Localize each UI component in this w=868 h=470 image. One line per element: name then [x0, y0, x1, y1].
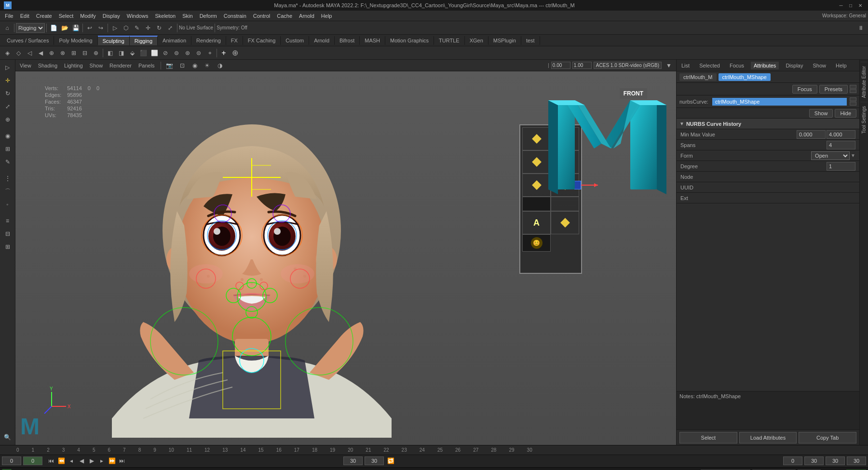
ae-load-attributes-btn[interactable]: Load Attributes — [739, 432, 797, 443]
ae-max-value-input[interactable] — [827, 130, 855, 139]
play-fwd-btn[interactable]: ▶ — [87, 456, 96, 466]
tb-tool5[interactable]: ⊕ — [46, 48, 57, 58]
tb-tool13[interactable]: ⬛ — [138, 48, 149, 58]
tab-msplugin[interactable]: MSPlugin — [488, 36, 521, 45]
ae-focus-button[interactable]: Focus — [792, 85, 817, 94]
tab-turtle[interactable]: TURTLE — [434, 36, 465, 45]
range-start-2-input[interactable] — [783, 457, 802, 465]
tb-lasso[interactable]: ⬡ — [121, 23, 131, 33]
tab-test[interactable]: test — [521, 36, 540, 45]
menu-arnold[interactable]: Arnold — [296, 12, 317, 20]
viewport-3d[interactable]: Verts:5411400 Edges:95896 Faces:46347 Tr… — [15, 71, 676, 445]
tab-animation[interactable]: Animation — [158, 36, 191, 45]
ae-select-btn[interactable]: Select — [679, 432, 737, 443]
ae-collapse-icon[interactable] — [850, 89, 856, 93]
coord-y-input[interactable] — [572, 62, 592, 69]
vp-shadow-icon[interactable]: ◑ — [215, 60, 225, 71]
loop-btn[interactable]: 🔁 — [386, 456, 395, 466]
select-tool-icon[interactable]: ▷ — [2, 62, 14, 73]
tb-tool18[interactable]: ⊜ — [193, 48, 204, 58]
tb-tool19[interactable]: ⌖ — [204, 48, 215, 58]
ae-nurbscurve-collapse[interactable] — [850, 102, 856, 106]
vp-light-icon[interactable]: ☀ — [202, 60, 213, 71]
menu-help[interactable]: Help — [318, 12, 335, 20]
universal-tool-icon[interactable]: ⊕ — [2, 114, 14, 125]
tb-tool2[interactable]: ◇ — [13, 48, 24, 58]
vp-renderer-btn[interactable]: Renderer — [107, 62, 134, 69]
paint-icon[interactable]: ✎ — [2, 156, 14, 168]
minimize-btn[interactable]: ─ — [837, 1, 845, 9]
vp-color-icon[interactable]: ▼ — [664, 60, 674, 71]
timeline-start-input[interactable] — [2, 457, 21, 465]
quick-layout-icon[interactable]: ⊞ — [2, 241, 14, 253]
mode-select[interactable]: Rigging — [16, 23, 45, 33]
current-frame-2-input[interactable] — [826, 457, 845, 465]
maximize-btn[interactable]: □ — [847, 1, 854, 9]
ae-tab[interactable]: Attribute Editor — [860, 62, 868, 102]
tb-tool4[interactable]: ◀ — [35, 48, 46, 58]
tb-save[interactable]: 💾 — [70, 23, 81, 33]
vp-panels-btn[interactable]: Panels — [136, 62, 157, 69]
menu-edit[interactable]: Edit — [17, 12, 32, 20]
soft-mod-icon[interactable]: ◉ — [2, 130, 14, 142]
tb-tool17[interactable]: ⊛ — [182, 48, 193, 58]
ctrl-diamond-7[interactable] — [560, 218, 570, 228]
tb-tool7[interactable]: ⊞ — [68, 48, 79, 58]
ctrl-diamond-5[interactable] — [532, 180, 542, 190]
ae-node-tab-1[interactable]: ctrlMouth_M — [679, 73, 717, 81]
tb-tool3[interactable]: ◁ — [24, 48, 35, 58]
tool-settings-tab[interactable]: Tool Settings — [860, 102, 868, 137]
prev-frame-btn[interactable]: ⏪ — [56, 456, 66, 466]
menu-windows[interactable]: Windows — [124, 12, 151, 20]
tb-pause[interactable]: ⏸ — [855, 23, 866, 33]
tab-arnold[interactable]: Arnold — [309, 36, 335, 45]
ae-attributes-btn[interactable]: Attributes — [751, 62, 779, 69]
menu-skeleton[interactable]: Skeleton — [152, 12, 178, 20]
menu-display[interactable]: Display — [100, 12, 123, 20]
vp-smooth-icon[interactable]: ◉ — [190, 60, 200, 71]
play-back-btn[interactable]: ◀ — [77, 456, 86, 466]
close-btn[interactable]: ✕ — [856, 1, 864, 9]
tb-tool9[interactable]: ⊕ — [91, 48, 101, 58]
vp-view-btn[interactable]: View — [17, 62, 34, 69]
next-key-btn[interactable]: ▸ — [97, 456, 107, 466]
tb-rotate[interactable]: ↻ — [154, 23, 164, 33]
snap-grid-icon[interactable]: ⋮ — [2, 173, 14, 184]
ae-focus-btn[interactable]: Focus — [727, 62, 747, 69]
tab-poly[interactable]: Poly Modeling — [54, 36, 97, 45]
tb-home[interactable]: ⌂ — [2, 23, 13, 33]
menu-cache[interactable]: Cache — [274, 12, 295, 20]
ae-expand-icon[interactable] — [850, 85, 856, 89]
vp-wire-icon[interactable]: ⊡ — [177, 60, 188, 71]
menu-select[interactable]: Select — [56, 12, 77, 20]
scale-tool-icon[interactable]: ⤢ — [2, 101, 14, 112]
ae-nurbs-history-header[interactable]: ▼ NURBS Curve History — [677, 119, 859, 129]
tb-tool8[interactable]: ⊟ — [80, 48, 90, 58]
tab-sculpting[interactable]: Sculpting — [98, 36, 130, 45]
ae-min-value-input[interactable] — [797, 130, 826, 139]
tab-xgen[interactable]: XGen — [465, 36, 488, 45]
ae-spans-input[interactable] — [827, 141, 855, 149]
tb-tool15[interactable]: ⊘ — [160, 48, 171, 58]
tb-move[interactable]: ✛ — [143, 23, 153, 33]
ae-help-btn[interactable]: Help — [833, 62, 850, 69]
rotate-tool-icon[interactable]: ↻ — [2, 88, 14, 99]
ae-nurbscurve-value[interactable]: ctrlMouth_MShape — [712, 98, 847, 106]
ctrl-diamond-1[interactable] — [532, 134, 542, 144]
menu-deform[interactable]: Deform — [197, 12, 220, 20]
tb-paint[interactable]: ✎ — [132, 23, 142, 33]
tb-tool6[interactable]: ⊗ — [57, 48, 68, 58]
tb-redo[interactable]: ↪ — [95, 23, 106, 33]
ae-hide-button[interactable]: Hide — [835, 109, 856, 118]
goto-end-btn[interactable]: ⏭ — [117, 456, 127, 466]
timeline-end-input[interactable] — [343, 457, 363, 465]
menu-skin[interactable]: Skin — [179, 12, 195, 20]
goto-start-btn[interactable]: ⏮ — [46, 456, 56, 466]
ae-display-btn[interactable]: Display — [783, 62, 806, 69]
prev-key-btn[interactable]: ◂ — [67, 456, 76, 466]
range-end-2-input[interactable] — [804, 457, 824, 465]
tb-tool11[interactable]: ◨ — [116, 48, 126, 58]
ae-form-select[interactable]: Open Closed Periodic — [811, 151, 850, 160]
menu-create[interactable]: Create — [33, 12, 55, 20]
ae-presets-button[interactable]: Presets — [819, 85, 848, 94]
